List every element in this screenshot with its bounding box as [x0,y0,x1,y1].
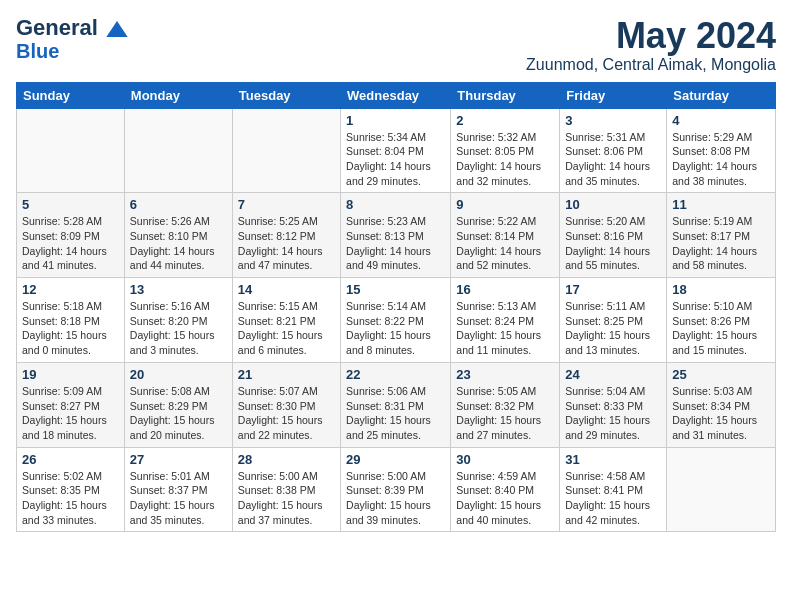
day-info: Sunrise: 5:13 AM Sunset: 8:24 PM Dayligh… [456,299,554,358]
calendar-subtitle: Zuunmod, Central Aimak, Mongolia [526,56,776,74]
day-info: Sunrise: 5:22 AM Sunset: 8:14 PM Dayligh… [456,214,554,273]
header: General Blue May 2024 Zuunmod, Central A… [16,16,776,74]
calendar-cell: 28Sunrise: 5:00 AM Sunset: 8:38 PM Dayli… [232,447,340,532]
calendar-week-row: 5Sunrise: 5:28 AM Sunset: 8:09 PM Daylig… [17,193,776,278]
day-info: Sunrise: 5:20 AM Sunset: 8:16 PM Dayligh… [565,214,661,273]
calendar-cell: 14Sunrise: 5:15 AM Sunset: 8:21 PM Dayli… [232,278,340,363]
day-info: Sunrise: 5:34 AM Sunset: 8:04 PM Dayligh… [346,130,445,189]
day-number: 11 [672,197,770,212]
calendar-cell: 15Sunrise: 5:14 AM Sunset: 8:22 PM Dayli… [341,278,451,363]
day-info: Sunrise: 4:59 AM Sunset: 8:40 PM Dayligh… [456,469,554,528]
svg-marker-0 [106,21,127,37]
logo: General Blue [16,16,128,62]
day-info: Sunrise: 5:28 AM Sunset: 8:09 PM Dayligh… [22,214,119,273]
weekday-header: Saturday [667,82,776,108]
calendar-cell: 11Sunrise: 5:19 AM Sunset: 8:17 PM Dayli… [667,193,776,278]
day-number: 19 [22,367,119,382]
calendar-cell: 16Sunrise: 5:13 AM Sunset: 8:24 PM Dayli… [451,278,560,363]
day-number: 16 [456,282,554,297]
weekday-header: Friday [560,82,667,108]
calendar-cell: 22Sunrise: 5:06 AM Sunset: 8:31 PM Dayli… [341,362,451,447]
calendar-week-row: 12Sunrise: 5:18 AM Sunset: 8:18 PM Dayli… [17,278,776,363]
calendar-cell: 24Sunrise: 5:04 AM Sunset: 8:33 PM Dayli… [560,362,667,447]
day-info: Sunrise: 5:11 AM Sunset: 8:25 PM Dayligh… [565,299,661,358]
weekday-header: Wednesday [341,82,451,108]
day-number: 30 [456,452,554,467]
day-number: 31 [565,452,661,467]
day-number: 20 [130,367,227,382]
day-number: 29 [346,452,445,467]
day-number: 7 [238,197,335,212]
calendar-cell: 26Sunrise: 5:02 AM Sunset: 8:35 PM Dayli… [17,447,125,532]
day-number: 18 [672,282,770,297]
day-info: Sunrise: 5:32 AM Sunset: 8:05 PM Dayligh… [456,130,554,189]
calendar-title: May 2024 [526,16,776,56]
calendar-cell: 3Sunrise: 5:31 AM Sunset: 8:06 PM Daylig… [560,108,667,193]
day-number: 24 [565,367,661,382]
calendar-week-row: 1Sunrise: 5:34 AM Sunset: 8:04 PM Daylig… [17,108,776,193]
weekday-header: Sunday [17,82,125,108]
day-number: 26 [22,452,119,467]
day-info: Sunrise: 5:10 AM Sunset: 8:26 PM Dayligh… [672,299,770,358]
day-info: Sunrise: 5:09 AM Sunset: 8:27 PM Dayligh… [22,384,119,443]
day-info: Sunrise: 5:01 AM Sunset: 8:37 PM Dayligh… [130,469,227,528]
day-info: Sunrise: 5:18 AM Sunset: 8:18 PM Dayligh… [22,299,119,358]
calendar-cell: 2Sunrise: 5:32 AM Sunset: 8:05 PM Daylig… [451,108,560,193]
day-info: Sunrise: 5:00 AM Sunset: 8:38 PM Dayligh… [238,469,335,528]
day-number: 14 [238,282,335,297]
day-number: 28 [238,452,335,467]
day-number: 21 [238,367,335,382]
day-number: 23 [456,367,554,382]
day-number: 13 [130,282,227,297]
calendar-cell: 5Sunrise: 5:28 AM Sunset: 8:09 PM Daylig… [17,193,125,278]
calendar-cell: 8Sunrise: 5:23 AM Sunset: 8:13 PM Daylig… [341,193,451,278]
calendar-cell: 23Sunrise: 5:05 AM Sunset: 8:32 PM Dayli… [451,362,560,447]
weekday-header: Thursday [451,82,560,108]
calendar-cell: 19Sunrise: 5:09 AM Sunset: 8:27 PM Dayli… [17,362,125,447]
day-info: Sunrise: 5:02 AM Sunset: 8:35 PM Dayligh… [22,469,119,528]
calendar-cell: 30Sunrise: 4:59 AM Sunset: 8:40 PM Dayli… [451,447,560,532]
calendar-table: SundayMondayTuesdayWednesdayThursdayFrid… [16,82,776,533]
day-number: 17 [565,282,661,297]
logo-text: General [16,16,128,40]
calendar-cell: 21Sunrise: 5:07 AM Sunset: 8:30 PM Dayli… [232,362,340,447]
logo-blue: Blue [16,40,59,62]
day-info: Sunrise: 5:15 AM Sunset: 8:21 PM Dayligh… [238,299,335,358]
calendar-cell: 9Sunrise: 5:22 AM Sunset: 8:14 PM Daylig… [451,193,560,278]
title-area: May 2024 Zuunmod, Central Aimak, Mongoli… [526,16,776,74]
day-info: Sunrise: 5:19 AM Sunset: 8:17 PM Dayligh… [672,214,770,273]
day-info: Sunrise: 4:58 AM Sunset: 8:41 PM Dayligh… [565,469,661,528]
calendar-cell: 13Sunrise: 5:16 AM Sunset: 8:20 PM Dayli… [124,278,232,363]
day-info: Sunrise: 5:29 AM Sunset: 8:08 PM Dayligh… [672,130,770,189]
calendar-cell [124,108,232,193]
calendar-cell: 7Sunrise: 5:25 AM Sunset: 8:12 PM Daylig… [232,193,340,278]
calendar-cell: 12Sunrise: 5:18 AM Sunset: 8:18 PM Dayli… [17,278,125,363]
weekday-header: Monday [124,82,232,108]
calendar-cell: 31Sunrise: 4:58 AM Sunset: 8:41 PM Dayli… [560,447,667,532]
day-number: 27 [130,452,227,467]
weekday-header: Tuesday [232,82,340,108]
day-info: Sunrise: 5:31 AM Sunset: 8:06 PM Dayligh… [565,130,661,189]
day-info: Sunrise: 5:00 AM Sunset: 8:39 PM Dayligh… [346,469,445,528]
day-number: 3 [565,113,661,128]
calendar-cell: 1Sunrise: 5:34 AM Sunset: 8:04 PM Daylig… [341,108,451,193]
day-info: Sunrise: 5:25 AM Sunset: 8:12 PM Dayligh… [238,214,335,273]
day-number: 9 [456,197,554,212]
day-info: Sunrise: 5:26 AM Sunset: 8:10 PM Dayligh… [130,214,227,273]
calendar-cell [17,108,125,193]
day-info: Sunrise: 5:07 AM Sunset: 8:30 PM Dayligh… [238,384,335,443]
day-info: Sunrise: 5:03 AM Sunset: 8:34 PM Dayligh… [672,384,770,443]
day-number: 15 [346,282,445,297]
day-number: 1 [346,113,445,128]
day-number: 8 [346,197,445,212]
calendar-cell: 29Sunrise: 5:00 AM Sunset: 8:39 PM Dayli… [341,447,451,532]
calendar-cell: 6Sunrise: 5:26 AM Sunset: 8:10 PM Daylig… [124,193,232,278]
day-number: 4 [672,113,770,128]
calendar-cell [232,108,340,193]
day-info: Sunrise: 5:16 AM Sunset: 8:20 PM Dayligh… [130,299,227,358]
calendar-cell: 17Sunrise: 5:11 AM Sunset: 8:25 PM Dayli… [560,278,667,363]
day-number: 22 [346,367,445,382]
day-number: 12 [22,282,119,297]
calendar-cell: 18Sunrise: 5:10 AM Sunset: 8:26 PM Dayli… [667,278,776,363]
day-info: Sunrise: 5:04 AM Sunset: 8:33 PM Dayligh… [565,384,661,443]
